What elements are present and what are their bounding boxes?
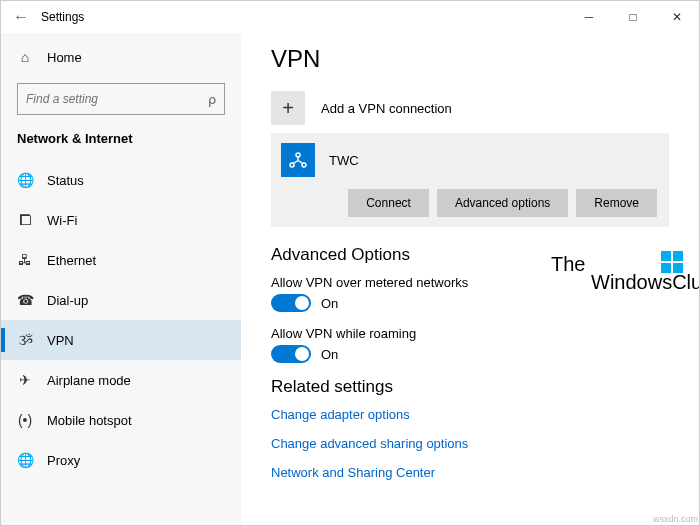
ethernet-icon: 🖧 — [17, 252, 33, 268]
svg-line-5 — [299, 161, 303, 164]
sidebar-item-wifi[interactable]: ⧠ Wi-Fi — [1, 200, 241, 240]
metered-state: On — [321, 296, 338, 311]
sidebar-item-proxy[interactable]: 🌐 Proxy — [1, 440, 241, 480]
main-content: VPN + Add a VPN connection — [241, 33, 699, 525]
wifi-icon: ⧠ — [17, 212, 33, 228]
svg-line-3 — [293, 161, 297, 164]
network-glyph-icon — [288, 150, 308, 170]
search-box[interactable]: ⍴ — [17, 83, 225, 115]
sidebar-item-ethernet[interactable]: 🖧 Ethernet — [1, 240, 241, 280]
title-bar: ← Settings ─ □ ✕ — [1, 1, 699, 33]
advanced-options-button[interactable]: Advanced options — [437, 189, 568, 217]
dialup-icon: ☎ — [17, 292, 33, 308]
nav-label: Airplane mode — [47, 373, 131, 388]
sidebar-item-airplane[interactable]: ✈ Airplane mode — [1, 360, 241, 400]
hotspot-icon: (•) — [17, 412, 33, 428]
vpn-connection-icon — [281, 143, 315, 177]
link-adapter-options[interactable]: Change adapter options — [271, 407, 669, 422]
close-button[interactable]: ✕ — [655, 1, 699, 33]
add-vpn-row[interactable]: + Add a VPN connection — [271, 91, 669, 125]
link-advanced-sharing[interactable]: Change advanced sharing options — [271, 436, 669, 451]
sidebar-item-dialup[interactable]: ☎ Dial-up — [1, 280, 241, 320]
window-title: Settings — [41, 10, 567, 24]
search-input[interactable] — [26, 92, 208, 106]
remove-button[interactable]: Remove — [576, 189, 657, 217]
vpn-connection-name: TWC — [329, 153, 359, 168]
home-icon: ⌂ — [17, 49, 33, 65]
back-icon[interactable]: ← — [13, 8, 33, 26]
link-network-center[interactable]: Network and Sharing Center — [271, 465, 669, 480]
minimize-button[interactable]: ─ — [567, 1, 611, 33]
metered-label: Allow VPN over metered networks — [271, 275, 669, 290]
category-header: Network & Internet — [1, 125, 241, 160]
page-title: VPN — [271, 45, 669, 73]
vpn-connection-item[interactable]: TWC Connect Advanced options Remove — [271, 133, 669, 227]
nav-label: Proxy — [47, 453, 80, 468]
airplane-icon: ✈ — [17, 372, 33, 388]
home-label: Home — [47, 50, 82, 65]
status-icon: 🌐 — [17, 172, 33, 188]
svg-rect-7 — [673, 251, 683, 261]
add-vpn-label: Add a VPN connection — [321, 101, 452, 116]
plus-icon: + — [271, 91, 305, 125]
search-icon: ⍴ — [208, 92, 216, 107]
roaming-state: On — [321, 347, 338, 362]
sidebar-item-status[interactable]: 🌐 Status — [1, 160, 241, 200]
source-url: wsxdn.com — [653, 514, 698, 524]
connect-button[interactable]: Connect — [348, 189, 429, 217]
sidebar: ⌂ Home ⍴ Network & Internet 🌐 Status ⧠ W… — [1, 33, 241, 525]
sidebar-item-vpn[interactable]: ૐ VPN — [1, 320, 241, 360]
roaming-toggle[interactable] — [271, 345, 311, 363]
nav-label: Mobile hotspot — [47, 413, 132, 428]
svg-rect-9 — [673, 263, 683, 273]
nav-label: VPN — [47, 333, 74, 348]
proxy-icon: 🌐 — [17, 452, 33, 468]
sidebar-item-hotspot[interactable]: (•) Mobile hotspot — [1, 400, 241, 440]
advanced-options-heading: Advanced Options — [271, 245, 669, 265]
nav-label: Dial-up — [47, 293, 88, 308]
roaming-label: Allow VPN while roaming — [271, 326, 669, 341]
maximize-button[interactable]: □ — [611, 1, 655, 33]
nav-label: Status — [47, 173, 84, 188]
nav-label: Ethernet — [47, 253, 96, 268]
related-settings-heading: Related settings — [271, 377, 669, 397]
vpn-icon: ૐ — [17, 332, 33, 349]
metered-toggle[interactable] — [271, 294, 311, 312]
nav-label: Wi-Fi — [47, 213, 77, 228]
sidebar-home[interactable]: ⌂ Home — [1, 37, 241, 77]
